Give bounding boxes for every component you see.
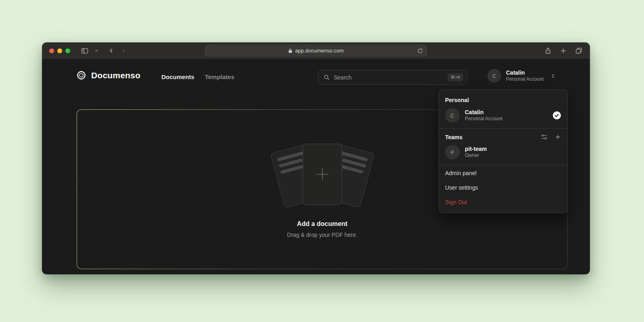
documents-illustration xyxy=(264,140,381,210)
forward-icon[interactable] xyxy=(120,47,127,54)
share-icon[interactable] xyxy=(544,47,552,54)
team-name: pit-team xyxy=(465,145,487,153)
menu-teams-header-row: Teams xyxy=(439,129,567,142)
new-tab-icon[interactable] xyxy=(560,47,567,54)
lock-icon xyxy=(288,48,293,53)
check-circle-icon xyxy=(552,111,561,120)
sidebar-toggle-icon[interactable] xyxy=(81,47,89,55)
menu-item-personal-account[interactable]: C Catalin Personal Account xyxy=(439,106,567,128)
brand-name: Documenso xyxy=(91,71,140,80)
search-shortcut-badge: ⌘+K xyxy=(447,73,463,82)
menu-divider xyxy=(439,165,567,165)
personal-subtitle: Personal Account xyxy=(465,116,502,122)
account-subtitle: Personal Account xyxy=(506,76,544,82)
search-bar[interactable]: ⌘+K xyxy=(318,70,467,85)
menu-item-user-settings[interactable]: User settings xyxy=(439,180,567,195)
dropzone-subtitle: Drag & drop your PDF here. xyxy=(287,232,357,238)
document-card-center xyxy=(303,144,342,205)
account-dropdown-menu: Personal C Catalin Personal Account Team xyxy=(439,90,568,213)
chevron-down-icon[interactable] xyxy=(94,48,99,53)
menu-item-sign-out[interactable]: Sign Out xyxy=(439,195,567,209)
plus-icon xyxy=(313,165,332,184)
traffic-lights xyxy=(49,48,70,53)
menu-divider xyxy=(439,128,567,129)
dropzone-title: Add a document xyxy=(297,220,347,228)
team-role: Owner xyxy=(465,153,487,159)
browser-window: app.documenso.com xyxy=(42,42,590,274)
main-nav: Documents Templates xyxy=(161,73,234,80)
app-page: Documenso Documents Templates ⌘+K C Cata… xyxy=(42,59,590,274)
team-preferences-icon[interactable] xyxy=(541,134,548,140)
url-text: app.documenso.com xyxy=(295,48,344,54)
search-input[interactable] xyxy=(334,74,444,81)
menu-personal-header: Personal xyxy=(439,92,567,106)
account-menu-button[interactable]: C Catalin Personal Account xyxy=(487,69,556,83)
personal-name: Catalin xyxy=(465,109,502,116)
tab-overview-icon[interactable] xyxy=(575,47,583,54)
minimize-window-button[interactable] xyxy=(57,48,62,53)
menu-item-admin-panel[interactable]: Admin panel xyxy=(439,166,567,180)
address-bar[interactable]: app.documenso.com xyxy=(205,45,427,56)
menu-teams-header: Teams xyxy=(445,134,462,140)
browser-titlebar: app.documenso.com xyxy=(42,42,590,59)
back-icon[interactable] xyxy=(108,47,115,54)
nav-documents[interactable]: Documents xyxy=(161,73,194,80)
account-name: Catalin xyxy=(506,69,544,77)
add-team-icon[interactable] xyxy=(554,134,561,140)
zoom-window-button[interactable] xyxy=(65,48,70,53)
search-icon xyxy=(323,74,330,81)
menu-item-team[interactable]: P pit-team Owner xyxy=(439,142,567,165)
personal-avatar: C xyxy=(445,108,460,123)
documenso-logo-icon xyxy=(76,70,87,81)
nav-templates[interactable]: Templates xyxy=(205,73,234,80)
refresh-icon[interactable] xyxy=(417,48,423,54)
documenso-logo[interactable]: Documenso xyxy=(76,70,140,81)
team-avatar: P xyxy=(445,145,460,159)
close-window-button[interactable] xyxy=(49,48,54,53)
chevrons-up-down-icon xyxy=(550,73,556,79)
account-avatar: C xyxy=(487,69,501,83)
